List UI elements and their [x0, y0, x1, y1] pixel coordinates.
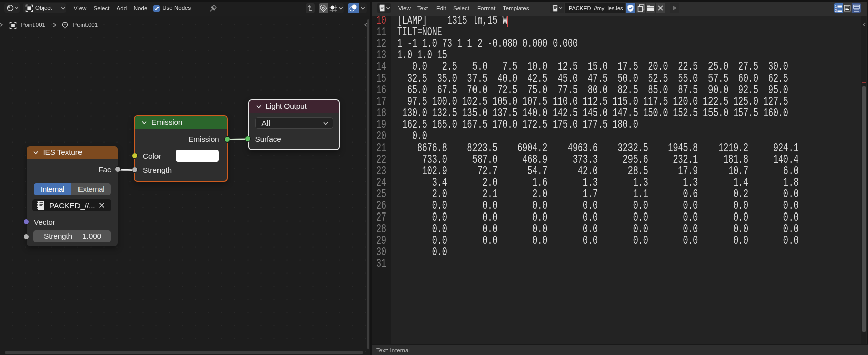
svg-text:2: 2	[835, 8, 837, 12]
